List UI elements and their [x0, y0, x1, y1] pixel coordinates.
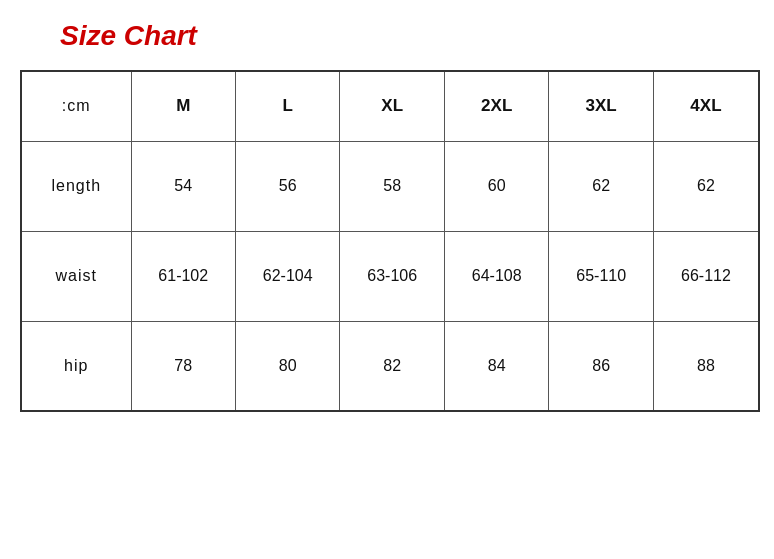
length-m: 54	[131, 141, 235, 231]
page-title: Size Chart	[60, 20, 197, 52]
waist-l: 62-104	[235, 231, 339, 321]
hip-m: 78	[131, 321, 235, 411]
unit-header: :cm	[21, 71, 131, 141]
length-2xl: 60	[444, 141, 548, 231]
hip-xl: 82	[340, 321, 444, 411]
hip-4xl: 88	[653, 321, 759, 411]
waist-m: 61-102	[131, 231, 235, 321]
size-chart-table: :cm M L XL 2XL 3XL 4XL length 54 56 58 6…	[20, 70, 760, 412]
col-header-xl: XL	[340, 71, 444, 141]
length-xl: 58	[340, 141, 444, 231]
col-header-4xl: 4XL	[653, 71, 759, 141]
waist-2xl: 64-108	[444, 231, 548, 321]
hip-l: 80	[235, 321, 339, 411]
table-header-row: :cm M L XL 2XL 3XL 4XL	[21, 71, 759, 141]
length-l: 56	[235, 141, 339, 231]
row-label-length: length	[21, 141, 131, 231]
col-header-l: L	[235, 71, 339, 141]
table-row: length 54 56 58 60 62 62	[21, 141, 759, 231]
length-3xl: 62	[549, 141, 653, 231]
col-header-2xl: 2XL	[444, 71, 548, 141]
hip-2xl: 84	[444, 321, 548, 411]
row-label-waist: waist	[21, 231, 131, 321]
table-row: hip 78 80 82 84 86 88	[21, 321, 759, 411]
col-header-3xl: 3XL	[549, 71, 653, 141]
length-4xl: 62	[653, 141, 759, 231]
row-label-hip: hip	[21, 321, 131, 411]
table-row: waist 61-102 62-104 63-106 64-108 65-110…	[21, 231, 759, 321]
hip-3xl: 86	[549, 321, 653, 411]
waist-3xl: 65-110	[549, 231, 653, 321]
waist-4xl: 66-112	[653, 231, 759, 321]
waist-xl: 63-106	[340, 231, 444, 321]
col-header-m: M	[131, 71, 235, 141]
